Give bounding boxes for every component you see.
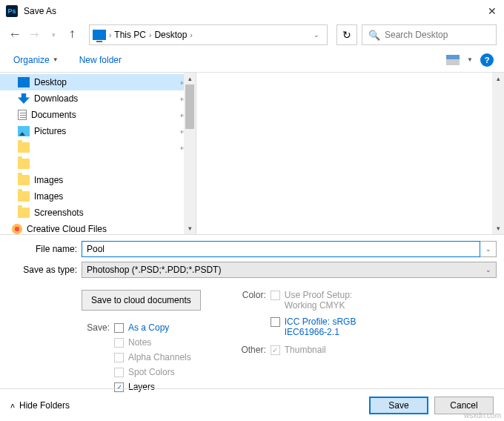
save-label: Save: (82, 322, 110, 333)
help-icon[interactable]: ? (480, 53, 494, 67)
chevron-right-icon[interactable]: › (147, 31, 153, 39)
alpha-label: Alpha Channels (128, 352, 191, 362)
chevron-down-icon: ⌄ (485, 266, 491, 274)
spot-label: Spot Colors (128, 367, 175, 377)
tree-item-label: Documents (31, 110, 76, 120)
ascopy-checkbox[interactable] (114, 323, 124, 333)
saveastype-select[interactable]: Photoshop (*.PSD;*.PDD;*.PSDT) ⌄ (82, 262, 497, 278)
folder-icon (18, 175, 30, 185)
folder-tree[interactable]: Desktop↙Downloads↙Documents↙Pictures↙↙Im… (0, 73, 196, 234)
close-icon[interactable]: ✕ (486, 5, 498, 17)
breadcrumb[interactable]: › This PC › Desktop › ⌄ (89, 24, 328, 45)
chevron-right-icon[interactable]: › (188, 31, 193, 39)
forward-button: 🡒 (27, 27, 42, 42)
scroll-up-icon[interactable]: ▴ (184, 73, 196, 84)
search-icon: 🔍 (368, 30, 380, 41)
tree-item-label: Creative Cloud Files (27, 224, 107, 234)
scroll-thumb[interactable] (185, 84, 194, 129)
chevron-right-icon[interactable]: › (107, 31, 113, 39)
tree-item[interactable]: Screenshots (0, 205, 196, 221)
footer: ʌ Hide Folders Save Cancel (0, 388, 504, 421)
filename-input[interactable] (82, 241, 480, 257)
tree-item[interactable]: Images (0, 172, 196, 188)
tree-item-label: Downloads (34, 93, 78, 104)
folder-icon (18, 142, 30, 153)
up-button[interactable]: 🡑 (65, 27, 80, 42)
chevron-down-icon: ▼ (53, 56, 59, 63)
refresh-button[interactable]: ↻ (336, 24, 357, 45)
icc-label-1[interactable]: ICC Profile: sRGB (285, 316, 357, 327)
folder-icon (18, 208, 30, 218)
pics-icon (18, 126, 30, 136)
chevron-down-icon[interactable]: ▼ (467, 56, 473, 63)
other-label: Other: (238, 345, 266, 355)
search-input[interactable]: 🔍 Search Desktop (362, 24, 497, 45)
icc-label-2[interactable]: IEC61966-2.1 (285, 327, 357, 337)
notes-label: Notes (128, 337, 151, 348)
down-icon (18, 93, 30, 104)
tree-scrollbar[interactable]: ▴ ▾ (184, 73, 196, 234)
cc-icon (12, 224, 22, 234)
thumbnail-label: Thumbnail (285, 345, 326, 355)
photoshop-icon: Ps (6, 5, 18, 17)
scroll-down-icon[interactable]: ▾ (492, 222, 504, 234)
tree-item[interactable]: Creative Cloud Files (0, 221, 196, 234)
save-form: File name: ⌄ Save as type: Photoshop (*.… (0, 234, 504, 398)
chevron-up-icon: ʌ (10, 401, 15, 409)
pc-icon (93, 30, 106, 40)
folder-icon (18, 159, 30, 169)
proof-label-1: Use Proof Setup: (285, 290, 352, 300)
filename-label: File name: (0, 244, 82, 254)
thumbnail-checkbox (271, 345, 280, 355)
search-placeholder: Search Desktop (385, 30, 448, 40)
tree-item-label: Pictures (34, 126, 66, 136)
scroll-up-icon[interactable]: ▴ (492, 73, 504, 84)
save-to-cloud-button[interactable]: Save to cloud documents (82, 290, 201, 311)
alpha-checkbox (114, 353, 124, 362)
proof-checkbox (271, 291, 280, 300)
new-folder-button[interactable]: New folder (76, 53, 125, 67)
window-title: Save As (24, 6, 486, 16)
tree-item[interactable] (0, 156, 196, 172)
tree-item[interactable]: Documents↙ (0, 107, 196, 123)
tree-item[interactable]: Pictures↙ (0, 123, 196, 139)
navigation-bar: 🡐 🡒 ▾ 🡑 › This PC › Desktop › ⌄ ↻ 🔍 Sear… (0, 22, 504, 47)
tree-item[interactable]: Images (0, 188, 196, 205)
hide-folders-button[interactable]: ʌ Hide Folders (10, 400, 70, 411)
docs-icon (18, 110, 27, 120)
tree-item-label: Screenshots (34, 208, 84, 218)
tree-item-label: Images (34, 191, 63, 202)
spot-checkbox (114, 368, 124, 377)
folder-icon (18, 191, 30, 202)
breadcrumb-dropdown-icon[interactable]: ⌄ (309, 31, 324, 39)
notes-checkbox (114, 338, 124, 348)
back-button[interactable]: 🡐 (7, 27, 22, 42)
tree-item[interactable]: ↙ (0, 139, 196, 156)
content-scrollbar[interactable]: ▴ ▾ (492, 73, 504, 234)
filename-dropdown-icon[interactable]: ⌄ (480, 241, 497, 257)
organize-button[interactable]: Organize ▼ (10, 53, 62, 67)
file-list[interactable]: ▴ ▾ (196, 73, 504, 234)
tree-item[interactable]: Desktop↙ (0, 74, 196, 90)
toolbar: Organize ▼ New folder ▼ ? (0, 47, 504, 73)
scroll-down-icon[interactable]: ▾ (184, 222, 196, 234)
save-button[interactable]: Save (369, 397, 428, 414)
icc-checkbox[interactable] (271, 317, 280, 327)
watermark: wsxdn.com (464, 411, 501, 420)
titlebar: Ps Save As ✕ (0, 0, 504, 22)
view-icon[interactable] (446, 55, 460, 65)
saveastype-label: Save as type: (0, 265, 82, 275)
ascopy-label[interactable]: As a Copy (128, 322, 169, 333)
color-label: Color: (238, 290, 266, 300)
proof-label-2: Working CMYK (285, 300, 352, 311)
tree-item-label: Desktop (34, 77, 67, 87)
breadcrumb-root[interactable]: This PC (114, 30, 146, 40)
breadcrumb-folder[interactable]: Desktop (154, 30, 187, 40)
tree-item-label: Images (34, 175, 63, 185)
recent-dropdown-icon[interactable]: ▾ (46, 27, 61, 42)
tree-item[interactable]: Downloads↙ (0, 90, 196, 107)
desktop-icon (18, 77, 30, 87)
